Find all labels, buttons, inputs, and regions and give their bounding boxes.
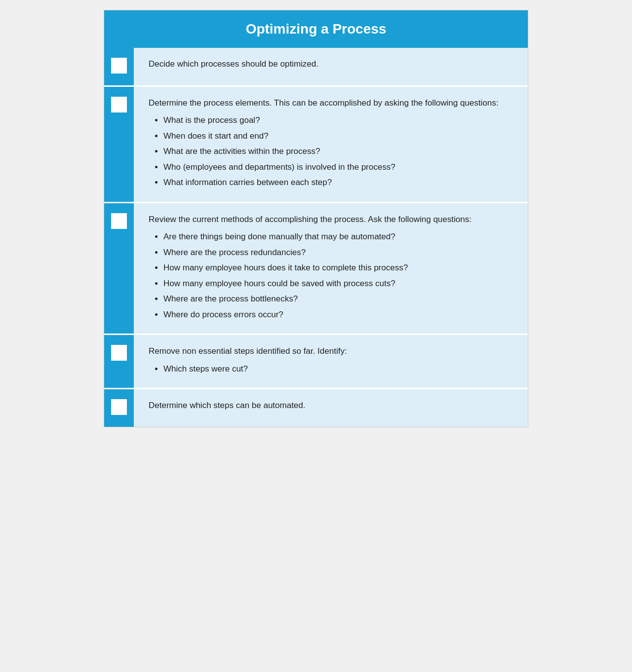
row-text: Decide which processes should be optimiz… xyxy=(149,58,513,71)
bullet-item: Who (employees and departments) is invol… xyxy=(163,161,513,174)
row-content: Determine which steps can be automated. xyxy=(134,389,528,427)
row-content: Decide which processes should be optimiz… xyxy=(134,48,528,85)
row-text: Determine the process elements. This can… xyxy=(149,97,513,110)
row-sidebar xyxy=(104,203,134,334)
bullet-item: What are the activities within the proce… xyxy=(163,145,513,158)
bullet-item: How many employee hours could be saved w… xyxy=(163,277,513,290)
row-sidebar xyxy=(104,48,134,85)
checkbox-icon[interactable] xyxy=(111,399,127,415)
bullet-list: What is the process goal?When does it st… xyxy=(163,114,513,189)
bullet-item: What information carries between each st… xyxy=(163,176,513,189)
bullet-item: When does it start and end? xyxy=(163,130,513,143)
row-text: Review the current methods of accomplish… xyxy=(149,213,513,226)
list-item: Determine the process elements. This can… xyxy=(104,85,528,202)
checkbox-icon[interactable] xyxy=(111,213,127,229)
checkbox-icon[interactable] xyxy=(111,58,127,74)
row-text: Determine which steps can be automated. xyxy=(149,399,513,412)
row-text: Remove non essential steps identified so… xyxy=(149,345,513,358)
bullet-list: Are there things being done manually tha… xyxy=(163,230,513,321)
checkbox-icon[interactable] xyxy=(111,97,127,112)
bullet-item: How many employee hours does it take to … xyxy=(163,261,513,274)
list-item: Review the current methods of accomplish… xyxy=(104,202,528,334)
main-card: Optimizing a Process Decide which proces… xyxy=(104,10,528,427)
checkbox-icon[interactable] xyxy=(111,345,127,361)
bullet-list: Which steps were cut? xyxy=(163,363,513,375)
row-content: Remove non essential steps identified so… xyxy=(134,335,528,388)
row-content: Determine the process elements. This can… xyxy=(134,87,528,202)
page-title: Optimizing a Process xyxy=(124,21,508,37)
list-item: Decide which processes should be optimiz… xyxy=(104,48,528,85)
bullet-item: Where do process errors occur? xyxy=(163,308,513,321)
rows-container: Decide which processes should be optimiz… xyxy=(104,48,528,427)
bullet-item: Which steps were cut? xyxy=(163,363,513,375)
bullet-item: Where are the process bottlenecks? xyxy=(163,293,513,305)
list-item: Determine which steps can be automated. xyxy=(104,388,528,427)
card-header: Optimizing a Process xyxy=(104,10,528,48)
bullet-item: Are there things being done manually tha… xyxy=(163,230,513,243)
row-sidebar xyxy=(104,87,134,202)
row-sidebar xyxy=(104,389,134,427)
bullet-item: What is the process goal? xyxy=(163,114,513,127)
bullet-item: Where are the process redundancies? xyxy=(163,246,513,259)
list-item: Remove non essential steps identified so… xyxy=(104,334,528,388)
row-sidebar xyxy=(104,335,134,388)
row-content: Review the current methods of accomplish… xyxy=(134,203,528,334)
